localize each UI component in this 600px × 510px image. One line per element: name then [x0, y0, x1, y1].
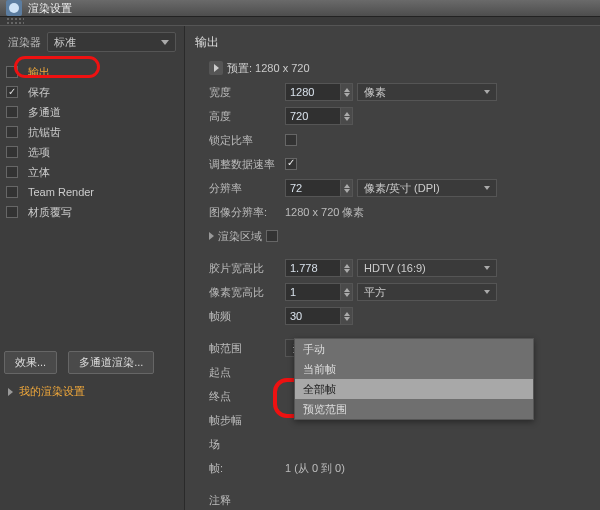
- fps-input[interactable]: [285, 307, 341, 325]
- adapt-rate-label[interactable]: 调整数据速率: [209, 157, 281, 172]
- adapt-rate-checkbox[interactable]: [285, 158, 297, 170]
- checkbox-icon: [6, 86, 18, 98]
- chevron-down-icon: [484, 186, 490, 190]
- sidebar: 渲染器 标准 输出 保存 多通道 抗锯齿 选项 立体 Team Render 材…: [0, 26, 185, 510]
- spinner-arrows-icon[interactable]: [341, 179, 353, 197]
- image-res-value: 1280 x 720 像素: [285, 205, 365, 220]
- body: 渲染器 标准 输出 保存 多通道 抗锯齿 选项 立体 Team Render 材…: [0, 25, 600, 510]
- spinner-arrows-icon[interactable]: [341, 107, 353, 125]
- render-settings-window: 渲染设置 渲染器 标准 输出 保存 多通道 抗锯齿 选项 立体 Team Ren…: [0, 0, 600, 510]
- sidebar-list: 输出 保存 多通道 抗锯齿 选项 立体 Team Render 材质覆写: [0, 62, 184, 222]
- sidebar-footer: 效果... 多通道渲染... 我的渲染设置: [0, 347, 184, 405]
- checkbox-icon: [6, 146, 18, 158]
- menu-item-manual[interactable]: 手动: [295, 339, 533, 359]
- preset-label: 预置: 1280 x 720: [227, 61, 310, 76]
- renderer-label: 渲染器: [8, 35, 41, 50]
- lock-ratio-label: 锁定比率: [209, 133, 281, 148]
- renderer-dropdown[interactable]: 标准: [47, 32, 176, 52]
- sidebar-item-options[interactable]: 选项: [0, 142, 184, 162]
- renderer-value: 标准: [54, 35, 76, 50]
- menu-item-all-frames[interactable]: 全部帧: [295, 379, 533, 399]
- pixel-aspect-label: 像素宽高比: [209, 285, 281, 300]
- effects-button[interactable]: 效果...: [4, 351, 57, 374]
- start-label: 起点: [209, 365, 281, 380]
- spinner-arrows-icon[interactable]: [341, 83, 353, 101]
- checkbox-icon: [6, 66, 18, 78]
- height-input[interactable]: [285, 107, 341, 125]
- film-aspect-unit-select[interactable]: HDTV (16:9): [357, 259, 497, 277]
- frames-label: 帧:: [209, 461, 281, 476]
- output-panel: 输出 预置: 1280 x 720 宽度 像素 高度 锁定比率 调整数据速率 分…: [185, 26, 600, 510]
- render-region-checkbox[interactable]: [266, 230, 278, 242]
- height-label: 高度: [209, 109, 281, 124]
- disclosure-icon[interactable]: [209, 232, 214, 240]
- chevron-down-icon: [161, 40, 169, 45]
- sidebar-item-output[interactable]: 输出: [0, 62, 184, 82]
- my-render-settings[interactable]: 我的渲染设置: [0, 378, 184, 405]
- height-field[interactable]: [285, 107, 353, 125]
- menu-item-preview-range[interactable]: 预览范围: [295, 399, 533, 419]
- film-aspect-input[interactable]: [285, 259, 341, 277]
- chevron-down-icon: [484, 290, 490, 294]
- checkbox-icon: [6, 186, 18, 198]
- frame-range-label: 帧范围: [209, 341, 281, 356]
- window-title: 渲染设置: [28, 1, 72, 16]
- checkbox-icon: [6, 106, 18, 118]
- checkbox-icon: [6, 126, 18, 138]
- width-input[interactable]: [285, 83, 341, 101]
- sidebar-item-teamrender[interactable]: Team Render: [0, 182, 184, 202]
- multipass-render-button[interactable]: 多通道渲染...: [68, 351, 154, 374]
- play-icon[interactable]: [209, 61, 223, 75]
- field-label: 场: [209, 437, 281, 452]
- chevron-down-icon: [484, 266, 490, 270]
- frame-step-label: 帧步幅: [209, 413, 281, 428]
- checkbox-icon: [6, 166, 18, 178]
- svg-point-0: [9, 3, 19, 13]
- sidebar-item-material-override[interactable]: 材质覆写: [0, 202, 184, 222]
- width-field[interactable]: [285, 83, 353, 101]
- film-aspect-field[interactable]: [285, 259, 353, 277]
- fps-field[interactable]: [285, 307, 353, 325]
- pixel-aspect-field[interactable]: [285, 283, 353, 301]
- titlebar[interactable]: 渲染设置: [0, 0, 600, 17]
- image-res-label: 图像分辨率:: [209, 205, 281, 220]
- spinner-arrows-icon[interactable]: [341, 307, 353, 325]
- frames-value: 1 (从 0 到 0): [285, 461, 345, 476]
- film-aspect-label: 胶片宽高比: [209, 261, 281, 276]
- sidebar-item-save[interactable]: 保存: [0, 82, 184, 102]
- checkbox-icon: [6, 206, 18, 218]
- end-label: 终点: [209, 389, 281, 404]
- pixel-aspect-unit-select[interactable]: 平方: [357, 283, 497, 301]
- spinner-arrows-icon[interactable]: [341, 283, 353, 301]
- width-unit-select[interactable]: 像素: [357, 83, 497, 101]
- pixel-aspect-input[interactable]: [285, 283, 341, 301]
- sidebar-item-multipass[interactable]: 多通道: [0, 102, 184, 122]
- dpi-label: 分辨率: [209, 181, 281, 196]
- sidebar-item-stereo[interactable]: 立体: [0, 162, 184, 182]
- lock-ratio-checkbox[interactable]: [285, 134, 297, 146]
- panel-title: 输出: [195, 34, 590, 51]
- dpi-input[interactable]: [285, 179, 341, 197]
- panel-grip[interactable]: [0, 17, 600, 25]
- notes-label: 注释: [209, 493, 281, 508]
- frame-range-popup: 手动 当前帧 全部帧 预览范围: [294, 338, 534, 420]
- sidebar-item-aa[interactable]: 抗锯齿: [0, 122, 184, 142]
- preset-row: 预置: 1280 x 720: [209, 57, 590, 79]
- app-icon: [6, 0, 22, 16]
- menu-item-current-frame[interactable]: 当前帧: [295, 359, 533, 379]
- spinner-arrows-icon[interactable]: [341, 259, 353, 277]
- render-region-label: 渲染区域: [218, 229, 262, 244]
- my-render-settings-label: 我的渲染设置: [19, 384, 85, 399]
- dpi-field[interactable]: [285, 179, 353, 197]
- fps-label: 帧频: [209, 309, 281, 324]
- disclosure-icon: [8, 388, 13, 396]
- dpi-unit-select[interactable]: 像素/英寸 (DPI): [357, 179, 497, 197]
- width-label: 宽度: [209, 85, 281, 100]
- renderer-row: 渲染器 标准: [0, 26, 184, 58]
- chevron-down-icon: [484, 90, 490, 94]
